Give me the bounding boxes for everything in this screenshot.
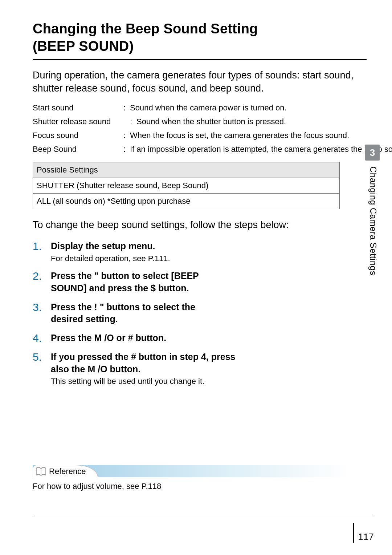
- sound-desc: Sound when the camera power is turned on…: [130, 102, 367, 114]
- table-cell: SHUTTER (Shutter release sound, Beep Sou…: [33, 178, 340, 194]
- title-line-2: (BEEP SOUND): [33, 39, 134, 54]
- section-tab: 3: [365, 145, 380, 161]
- sound-row: Shutter release sound : Sound when the s…: [33, 116, 367, 128]
- reference-label: Reference: [49, 467, 86, 476]
- footer-divider: [353, 523, 354, 543]
- step-bold: Press the ! " buttons to select the desi…: [51, 301, 221, 326]
- colon: :: [123, 129, 130, 142]
- sound-row: Beep Sound : If an impossible operation …: [33, 143, 367, 155]
- table-header: Possible Settings: [33, 162, 340, 178]
- sound-label: Beep Sound: [33, 143, 123, 155]
- step-item: Display the setup menu. For detailed ope…: [33, 240, 367, 263]
- table-row: ALL (all sounds on) *Setting upon purcha…: [33, 194, 340, 209]
- step-bold: Press the M /O or # button.: [51, 332, 367, 344]
- step-item: Press the ! " buttons to select the desi…: [33, 301, 367, 326]
- reference-header: Reference: [33, 465, 348, 477]
- sound-desc: When the focus is set, the camera genera…: [130, 129, 367, 142]
- sound-label: Start sound: [33, 102, 123, 114]
- page-number: 117: [358, 531, 374, 543]
- sound-row: Start sound : Sound when the camera powe…: [33, 102, 367, 114]
- book-icon: [36, 467, 46, 477]
- step-bold: If you pressed the # button in step 4, p…: [51, 351, 254, 376]
- step-item: Press the M /O or # button.: [33, 332, 367, 344]
- step-sub: For detailed operation, see P.111.: [51, 254, 367, 263]
- page-title: Changing the Beep Sound Setting (BEEP SO…: [33, 20, 367, 55]
- step-bold: Press the " button to select [BEEP SOUND…: [51, 270, 221, 295]
- instruction-lead: To change the beep sound settings, follo…: [33, 219, 367, 231]
- sound-label: Focus sound: [33, 129, 123, 142]
- step-item: If you pressed the # button in step 4, p…: [33, 351, 367, 386]
- table-cell: ALL (all sounds on) *Setting upon purcha…: [33, 194, 340, 209]
- sound-desc: If an impossible operation is attempted,…: [130, 143, 392, 155]
- sound-label: Shutter release sound: [33, 116, 130, 128]
- title-rule: [33, 59, 367, 60]
- step-item: Press the " button to select [BEEP SOUND…: [33, 270, 367, 295]
- footer-rule: [33, 517, 374, 517]
- table-row: SHUTTER (Shutter release sound, Beep Sou…: [33, 178, 340, 194]
- page-footer: 117: [353, 523, 374, 543]
- possible-settings-table: Possible Settings SHUTTER (Shutter relea…: [33, 162, 340, 209]
- steps-list: Display the setup menu. For detailed ope…: [33, 240, 367, 386]
- intro-text: During operation, the camera generates f…: [33, 69, 367, 95]
- step-bold: Display the setup menu.: [51, 240, 367, 252]
- table-header-row: Possible Settings: [33, 162, 340, 178]
- reference-box: Reference For how to adjust volume, see …: [33, 465, 348, 491]
- section-side-label: Changing Camera Settings: [368, 166, 378, 275]
- reference-body: For how to adjust volume, see P.118: [33, 482, 348, 491]
- title-line-1: Changing the Beep Sound Setting: [33, 21, 258, 36]
- colon: :: [123, 102, 130, 114]
- sound-row: Focus sound : When the focus is set, the…: [33, 129, 367, 142]
- colon: :: [123, 143, 130, 155]
- sound-definitions: Start sound : Sound when the camera powe…: [33, 102, 367, 155]
- step-sub: This setting will be used until you chan…: [51, 377, 367, 386]
- sound-desc: Sound when the shutter button is pressed…: [136, 116, 367, 128]
- colon: :: [130, 116, 136, 128]
